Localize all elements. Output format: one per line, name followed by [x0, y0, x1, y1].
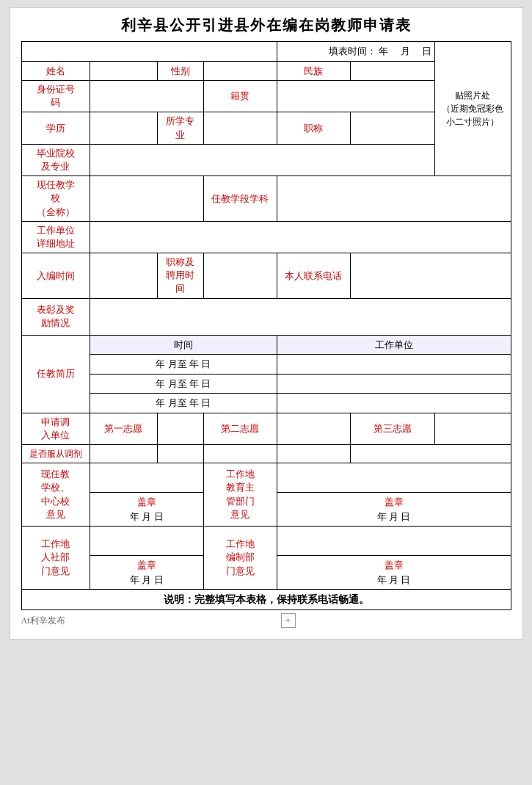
title-value[interactable]: [350, 112, 434, 144]
id-label: 身份证号 码: [21, 81, 90, 112]
row-commendation: 表彰及奖 励情况: [21, 298, 511, 335]
row-history-1: 年 月至 年 日: [21, 355, 511, 375]
year-month-day4: 年 月 日: [280, 573, 508, 587]
enrollment-time-label: 入编时间: [21, 253, 90, 299]
school-opinion-seal2[interactable]: [277, 463, 511, 493]
day-label: 日: [422, 46, 431, 57]
watermark-text: 利辛发布: [30, 615, 65, 627]
wish2-label: 第二志愿: [203, 413, 277, 444]
history-work3[interactable]: [277, 394, 511, 413]
obey-label: 是否服从调剂: [21, 445, 90, 463]
hr-seal-label: 盖章 年 月 日: [90, 556, 203, 590]
wish1-value2[interactable]: [90, 445, 157, 463]
row-work-address: 工作单位 详细地址: [21, 221, 511, 253]
hr-seal2[interactable]: [277, 527, 511, 556]
major-label: 所学专 业: [157, 112, 203, 144]
page-title: 利辛县公开引进县外在编在岗教师申请表: [21, 15, 511, 35]
wish1-label: 第一志愿: [90, 413, 157, 444]
history-work2[interactable]: [277, 374, 511, 394]
current-school-value[interactable]: [90, 176, 203, 222]
graduation-label: 毕业院校 及专业: [21, 144, 90, 176]
form-table: 填表时间： 年 月 日 贴照片处（近期免冠彩色小二寸照片） 姓名 性别 民族 身…: [21, 41, 511, 610]
ethnicity-value[interactable]: [350, 61, 434, 81]
photo-cell: 贴照片处（近期免冠彩色小二寸照片）: [434, 42, 511, 176]
row-note: 说明：完整填写本表格，保持联系电话畅通。: [21, 590, 511, 610]
plus-button[interactable]: +: [281, 613, 296, 628]
name-value[interactable]: [90, 61, 157, 81]
wish2-value[interactable]: [277, 413, 350, 444]
history-row3[interactable]: 年 月至 年 日: [90, 394, 277, 413]
obey-value[interactable]: [277, 445, 350, 463]
at-text: At: [21, 615, 30, 626]
apply-unit-label: 申请调 入单位: [21, 413, 90, 444]
school-opinion-seal-label: 盖章 年 月 日: [90, 493, 203, 527]
commendation-value[interactable]: [90, 298, 511, 335]
wish1-value[interactable]: [157, 413, 203, 444]
commendation-label: 表彰及奖 励情况: [21, 298, 90, 335]
enrollment-time-value[interactable]: [90, 253, 157, 299]
position-title-label: 职称及 聘用时 间: [157, 253, 203, 299]
month-label: 月: [401, 46, 410, 57]
contact-label: 本人联系电话: [277, 253, 350, 299]
work-address-label: 工作单位 详细地址: [21, 221, 90, 253]
teaching-subject-value[interactable]: [277, 176, 511, 222]
edu-dept-seal: 盖章 年 月 日: [277, 493, 511, 527]
history-row2[interactable]: 年 月至 年 日: [90, 374, 277, 394]
id-value[interactable]: [90, 81, 203, 112]
seal-label1: 盖章: [93, 495, 200, 510]
graduation-value[interactable]: [90, 144, 434, 176]
time-header: 时间: [90, 335, 277, 355]
row-school-opinion: 现任教 学校、 中心校 意见 工作地 教育主 管部门 意见: [21, 463, 511, 493]
ethnicity-label: 民族: [277, 61, 350, 81]
gender-label: 性别: [157, 61, 203, 81]
year-month-day3: 年 月 日: [93, 573, 200, 587]
name-label: 姓名: [21, 61, 90, 81]
bottom-bar: At 利辛发布 +: [21, 613, 511, 628]
work-address-value[interactable]: [90, 221, 511, 253]
fill-time-label: 填表时间： 年 月 日: [277, 42, 434, 62]
native-place-label: 籍贯: [203, 81, 277, 112]
education-value[interactable]: [90, 112, 157, 144]
teaching-history-label: 任教简历: [21, 335, 90, 413]
year-label: 年: [379, 46, 388, 57]
school-opinion-seal1[interactable]: [90, 463, 203, 493]
work-unit-header: 工作单位: [277, 335, 511, 355]
row-hr-opinion: 工作地 人社部 门意见 工作地 编制部 门意见: [21, 527, 511, 556]
seal-label4: 盖章: [280, 558, 508, 573]
major-value[interactable]: [203, 112, 277, 144]
fill-time-row: 填表时间： 年 月 日 贴照片处（近期免冠彩色小二寸照片）: [21, 42, 511, 62]
row-history-3: 年 月至 年 日: [21, 394, 511, 413]
org-dept-label: 工作地 编制部 门意见: [203, 527, 277, 590]
hr-dept-label: 工作地 人社部 门意见: [21, 527, 90, 590]
history-row1[interactable]: 年 月至 年 日: [90, 355, 277, 375]
current-school-label: 现任教学 校 （全称）: [21, 176, 90, 222]
year-month-day2: 年 月 日: [280, 510, 508, 524]
wish3-value2[interactable]: [203, 445, 277, 463]
extra-value[interactable]: [350, 445, 511, 463]
row-apply-unit: 申请调 入单位 第一志愿 第二志愿 第三志愿: [21, 413, 511, 444]
row-current-school: 现任教学 校 （全称） 任教学段学科: [21, 176, 511, 222]
org-dept-seal: 盖章 年 月 日: [277, 556, 511, 590]
teaching-subject-label: 任教学段学科: [203, 176, 277, 222]
history-work1[interactable]: [277, 355, 511, 375]
row-apply-unit-values: 是否服从调剂: [21, 445, 511, 463]
position-title-value[interactable]: [203, 253, 277, 299]
contact-value[interactable]: [350, 253, 511, 299]
title-label: 职称: [277, 112, 350, 144]
work-edu-dept-label: 工作地 教育主 管部门 意见: [203, 463, 277, 527]
wish2-value2[interactable]: [157, 445, 203, 463]
native-place-value[interactable]: [277, 81, 434, 112]
year-month-day1: 年 月 日: [93, 510, 200, 524]
row-history-2: 年 月至 年 日: [21, 374, 511, 394]
school-opinion-label: 现任教 学校、 中心校 意见: [21, 463, 90, 527]
wish3-value[interactable]: [434, 413, 511, 444]
wish3-label: 第三志愿: [350, 413, 434, 444]
hr-seal1[interactable]: [90, 527, 203, 556]
seal-label2: 盖章: [280, 495, 508, 510]
seal-label3: 盖章: [93, 558, 200, 573]
gender-value[interactable]: [203, 61, 277, 81]
row-history-header: 任教简历 时间 工作单位: [21, 335, 511, 355]
row-enrollment: 入编时间 职称及 聘用时 间 本人联系电话: [21, 253, 511, 299]
page-container: 利辛县公开引进县外在编在岗教师申请表 填表时间： 年 月 日 贴照片处（近期免冠…: [10, 7, 523, 640]
fill-time-text: 填表时间：: [329, 46, 376, 57]
